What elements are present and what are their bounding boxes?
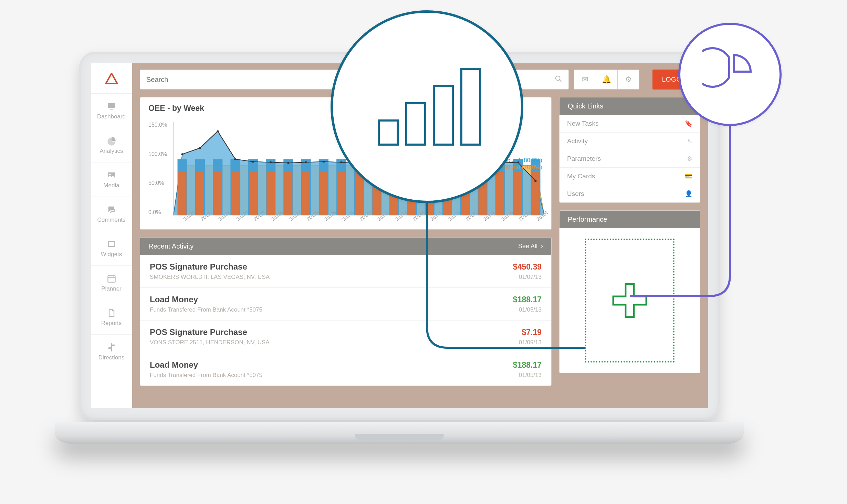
sidebar-item-label: Dashboard — [97, 113, 126, 120]
bell-icon: 🔔 — [602, 75, 611, 84]
activity-item[interactable]: Load Money$188.17Funds Transfered From B… — [140, 353, 551, 386]
sidebar-item-label: Planner — [101, 285, 122, 292]
svg-point-54 — [181, 153, 183, 155]
svg-point-63 — [340, 161, 342, 163]
svg-rect-25 — [284, 172, 292, 215]
svg-rect-77 — [434, 86, 453, 145]
activity-title: POS Signature Purchase — [150, 262, 247, 272]
quicklink-label: My Cards — [567, 172, 595, 180]
comments-icon — [107, 205, 116, 214]
image-icon — [107, 170, 116, 180]
toolbar-icons: ✉ 🔔 ⚙ — [574, 70, 639, 90]
sidebar-item-label: Widgets — [101, 251, 122, 258]
sidebar: DashboardAnalyticsMediaCommentsWidgetsPl… — [91, 63, 132, 408]
sidebar-item-analytics[interactable]: Analytics — [91, 128, 132, 162]
sidebar-item-label: Media — [103, 182, 119, 189]
activity-title: Load Money — [150, 360, 198, 370]
svg-rect-0 — [108, 103, 115, 108]
activity-title: Load Money — [150, 295, 198, 304]
sidebar-item-label: Directions — [98, 354, 125, 361]
y-tick: 0.0% — [148, 209, 167, 216]
triangle-logo-icon — [104, 71, 119, 86]
quicklink-label: New Tasks — [567, 120, 599, 127]
y-tick: 100.0% — [148, 151, 167, 157]
svg-point-59 — [270, 161, 272, 163]
activity-subtitle: Funds Transfered From Bank Acount *5075 — [150, 372, 262, 379]
quick-links-header: Quick Links — [560, 97, 700, 115]
svg-rect-17 — [213, 172, 222, 215]
pie-chart-callout — [678, 23, 782, 126]
settings-button[interactable]: ⚙ — [617, 70, 639, 90]
search-icon — [555, 75, 562, 84]
svg-rect-19 — [231, 172, 240, 215]
bar-chart-icon — [372, 62, 482, 151]
connector-line-1 — [424, 200, 589, 351]
sidebar-item-comments[interactable]: Comments — [91, 197, 132, 231]
sidebar-item-directions[interactable]: Directions — [91, 335, 132, 369]
svg-rect-23 — [266, 172, 275, 215]
monitor-icon — [107, 102, 116, 111]
y-axis: 150.0%100.0%50.0%0.0% — [148, 122, 167, 216]
recent-activity-title: Recent Activity — [148, 242, 194, 250]
pie-icon — [107, 136, 116, 146]
quicklink-label: Users — [567, 190, 584, 198]
pie-chart-icon — [702, 47, 757, 102]
svg-point-62 — [323, 161, 325, 162]
sidebar-item-media[interactable]: Media — [91, 162, 132, 197]
sidebar-item-widgets[interactable]: Widgets — [91, 231, 132, 266]
activity-subtitle: VONS STORE 2511, HENDERSON, NV, USA — [150, 339, 270, 346]
svg-point-3 — [109, 174, 111, 175]
svg-rect-13 — [178, 172, 187, 215]
svg-rect-33 — [355, 172, 363, 215]
sidebar-item-planner[interactable]: Planner — [91, 266, 132, 300]
svg-point-60 — [287, 162, 289, 164]
svg-point-74 — [534, 180, 536, 182]
svg-point-58 — [252, 161, 254, 162]
svg-rect-21 — [249, 172, 257, 215]
signpost-icon — [107, 343, 116, 352]
activity-amount: $188.17 — [513, 360, 542, 370]
svg-rect-27 — [302, 172, 310, 215]
laptop-notch — [355, 434, 444, 441]
sidebar-item-dashboard[interactable]: Dashboard — [91, 94, 132, 128]
svg-rect-31 — [337, 172, 345, 215]
quicklink-label: Parameters — [567, 155, 601, 162]
svg-rect-4 — [108, 242, 115, 246]
activity-date: 01/05/13 — [519, 372, 542, 379]
quick-links-title: Quick Links — [568, 102, 603, 110]
svg-rect-29 — [320, 172, 328, 215]
widget-icon — [107, 239, 116, 249]
svg-point-57 — [234, 158, 236, 160]
y-tick: 150.0% — [148, 122, 167, 128]
svg-point-56 — [217, 130, 219, 132]
sidebar-item-label: Comments — [97, 217, 125, 223]
svg-rect-76 — [406, 103, 425, 145]
svg-rect-5 — [108, 275, 115, 282]
svg-rect-1 — [110, 109, 113, 109]
sidebar-item-reports[interactable]: Reports — [91, 300, 132, 335]
svg-rect-15 — [196, 172, 204, 215]
connector-line-2 — [627, 124, 792, 303]
notifications-button[interactable]: 🔔 — [596, 70, 618, 90]
quicklink-label: Activity — [567, 137, 588, 145]
svg-point-55 — [199, 147, 201, 149]
activity-title: POS Signature Purchase — [150, 327, 247, 337]
mail-icon: ✉ — [582, 75, 588, 84]
file-icon — [107, 308, 116, 318]
mail-button[interactable]: ✉ — [574, 70, 596, 90]
y-tick: 50.0% — [148, 180, 167, 186]
app-logo[interactable] — [91, 63, 132, 94]
gear-icon: ⚙ — [625, 75, 632, 84]
svg-rect-75 — [379, 120, 398, 145]
activity-subtitle: SMOKERS WORLD II, LAS VEGAS, NV, USA — [150, 274, 270, 281]
sidebar-item-label: Analytics — [100, 148, 123, 155]
bar-chart-callout — [331, 10, 523, 203]
svg-rect-78 — [461, 69, 480, 145]
svg-point-61 — [305, 161, 307, 163]
svg-line-11 — [560, 80, 562, 82]
activity-subtitle: Funds Transfered From Bank Acount *5075 — [150, 306, 262, 313]
svg-point-10 — [556, 76, 560, 80]
sidebar-item-label: Reports — [101, 320, 122, 327]
calendar-icon — [107, 274, 116, 283]
